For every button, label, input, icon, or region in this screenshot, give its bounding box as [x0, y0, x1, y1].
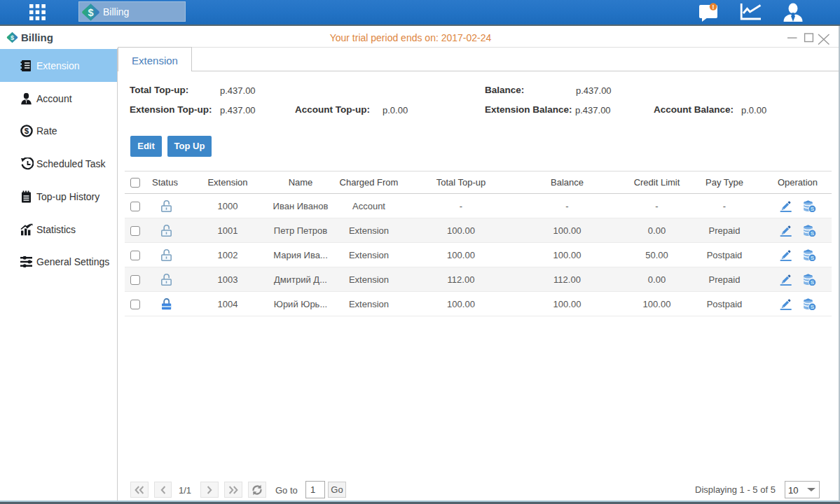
svg-text:$: $ — [25, 127, 29, 135]
svg-text:!: ! — [712, 4, 715, 10]
svg-text:$: $ — [88, 7, 93, 18]
